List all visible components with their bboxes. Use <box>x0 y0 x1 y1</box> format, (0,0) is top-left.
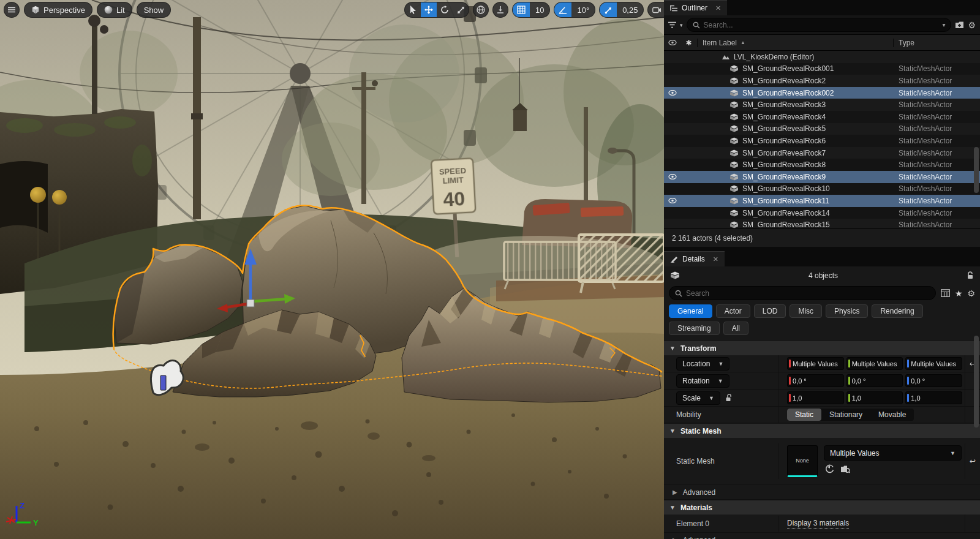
eye-icon[interactable] <box>664 198 680 203</box>
perspective-button[interactable]: Perspective <box>24 2 92 18</box>
filter-chip[interactable]: LOD <box>754 304 786 318</box>
outliner-actor-row[interactable]: SM_GroundRevealRock10 StaticMeshActor <box>664 183 980 195</box>
rotation-dropdown[interactable]: Rotation▼ <box>676 374 729 388</box>
camera-speed-button[interactable] <box>648 2 664 17</box>
show-button[interactable]: Show <box>137 2 172 18</box>
eye-icon[interactable] <box>664 90 680 96</box>
scale-x-field[interactable]: 1,0 <box>787 391 844 404</box>
surface-snapping-button[interactable] <box>492 2 508 18</box>
rotation-z-field[interactable]: 0,0 ° <box>905 374 962 387</box>
filter-icon[interactable] <box>668 21 676 28</box>
outliner-actor-row[interactable]: SM_GroundRevealRock5 StaticMeshActor <box>664 123 980 135</box>
chevron-down-icon: ▼ <box>718 361 723 367</box>
outliner-tab[interactable]: Outliner ✕ <box>664 0 727 15</box>
details-settings-gear-icon[interactable]: ⚙ <box>967 289 975 298</box>
location-x-field[interactable]: Multiple Values <box>787 357 844 370</box>
outliner-actor-row[interactable]: SM_GroundRevealRock2 StaticMeshActor <box>664 75 980 87</box>
level-row[interactable]: LVL_KioskDemo (Editor) <box>664 51 980 63</box>
favorite-column-header[interactable]: ✱ <box>680 39 697 47</box>
chevron-right-icon: ▶ <box>673 537 677 539</box>
rotation-x-field[interactable]: 0,0 ° <box>787 374 844 387</box>
outliner-actor-row[interactable]: SM_GroundRevealRock8 StaticMeshActor <box>664 159 980 171</box>
materials-section-header[interactable]: ▼ Materials <box>664 500 980 514</box>
details-tab-label: Details <box>682 255 705 263</box>
outliner-actor-row[interactable]: SM_GroundRevealRock14 StaticMeshActor <box>664 207 980 219</box>
rotation-y-field[interactable]: 0,0 ° <box>846 374 903 387</box>
filter-chevron-icon[interactable]: ▾ <box>680 22 683 28</box>
outliner-actor-row[interactable]: SM_GroundRevealRock3 StaticMeshActor <box>664 99 980 111</box>
mobility-option[interactable]: Movable <box>870 409 914 421</box>
outliner-search-input[interactable]: Search... ▾ <box>687 18 952 32</box>
scale-tool-button[interactable] <box>453 2 469 17</box>
filter-chip[interactable]: Rendering <box>872 304 922 318</box>
viewport-scene[interactable]: SPEED LIMIT 40 <box>0 0 664 539</box>
scale-dropdown[interactable]: Scale▼ <box>676 391 720 405</box>
use-selected-asset-icon[interactable] <box>825 464 834 473</box>
outliner-actor-row[interactable]: SM_GroundRevealRock001 StaticMeshActor <box>664 63 980 75</box>
grid-snap-value[interactable]: 10 <box>530 2 549 17</box>
world-space-button[interactable] <box>473 2 489 18</box>
viewport-options-button[interactable] <box>4 2 20 18</box>
outliner-actor-row[interactable]: SM_GroundRevealRock002 StaticMeshActor <box>664 87 980 99</box>
mobility-option[interactable]: Stationary <box>821 409 870 421</box>
outliner-actor-row[interactable]: SM_GroundRevealRock15 StaticMeshActor <box>664 219 980 228</box>
grid-snap-button[interactable] <box>513 2 530 17</box>
unlock-icon[interactable] <box>967 271 974 279</box>
static-mesh-combo[interactable]: Multiple Values ▼ <box>824 445 962 461</box>
outliner-scrollbar[interactable] <box>974 147 979 193</box>
rotation-snap-value[interactable]: 10° <box>571 2 595 17</box>
lit-button[interactable]: Lit <box>97 2 132 18</box>
outliner-actor-row[interactable]: SM_GroundRevealRock6 StaticMeshActor <box>664 135 980 147</box>
details-tab[interactable]: Details ✕ <box>664 251 725 266</box>
static-mesh-advanced-row[interactable]: ▶ Advanced <box>664 485 980 500</box>
filter-chip[interactable]: Physics <box>826 304 868 318</box>
filter-chip[interactable]: Actor <box>716 304 750 318</box>
filter-chip[interactable]: Streaming <box>669 322 720 335</box>
location-z-field[interactable]: Multiple Values <box>905 357 962 370</box>
outliner-settings-gear-icon[interactable]: ⚙ <box>968 21 976 29</box>
eye-icon[interactable] <box>664 174 680 179</box>
select-tool-button[interactable] <box>405 2 421 17</box>
outliner-actor-row[interactable]: SM_GroundRevealRock11 StaticMeshActor <box>664 195 980 207</box>
mobility-option[interactable]: Static <box>787 409 821 421</box>
filter-chip[interactable]: All <box>723 322 748 335</box>
rotate-tool-button[interactable] <box>437 2 453 17</box>
search-options-chevron-icon[interactable]: ▾ <box>942 21 945 28</box>
static-mesh-icon <box>729 89 739 97</box>
add-item-button[interactable] <box>955 21 964 29</box>
type-column-header[interactable]: Type <box>893 39 980 47</box>
transform-section-header[interactable]: ▼ Transform <box>664 341 980 355</box>
outliner-actor-row[interactable]: SM_GroundRevealRock4 StaticMeshActor <box>664 111 980 123</box>
details-close-icon[interactable]: ✕ <box>713 255 718 263</box>
outliner-actor-row[interactable]: SM_GroundRevealRock7 StaticMeshActor <box>664 147 980 159</box>
location-y-field[interactable]: Multiple Values <box>846 357 903 370</box>
viewport-3d[interactable]: SPEED LIMIT 40 <box>0 0 664 539</box>
static-mesh-thumbnail[interactable]: None <box>787 445 818 477</box>
details-search-input[interactable]: Search <box>669 286 936 300</box>
favorites-star-icon[interactable]: ★ <box>955 288 963 298</box>
browse-asset-icon[interactable] <box>840 464 850 473</box>
location-dropdown[interactable]: Location▼ <box>676 357 729 371</box>
display-materials-link[interactable]: Display 3 materials <box>787 519 849 529</box>
filter-chip[interactable]: General <box>669 304 712 318</box>
rotation-snap-button[interactable] <box>554 2 571 17</box>
actor-type: StaticMeshActor <box>899 209 980 217</box>
outliner-close-icon[interactable]: ✕ <box>715 4 721 12</box>
filter-chip[interactable]: Misc <box>790 304 822 318</box>
revert-static-mesh-button[interactable]: ↩ <box>965 443 980 479</box>
move-tool-button[interactable] <box>421 2 437 17</box>
scale-z-field[interactable]: 1,0 <box>905 391 962 404</box>
details-scrollbar[interactable] <box>974 336 979 428</box>
scale-snap-value[interactable]: 0,25 <box>617 2 643 17</box>
outliner-actor-row[interactable]: SM_GroundRevealRock9 StaticMeshActor <box>664 171 980 183</box>
scale-y-field[interactable]: 1,0 <box>846 391 903 404</box>
actor-type: StaticMeshActor <box>899 113 980 121</box>
materials-advanced-row[interactable]: ▶ Advanced <box>664 533 980 539</box>
scale-snap-button[interactable] <box>600 2 617 17</box>
visibility-column-header[interactable] <box>664 40 680 45</box>
actor-label: SM_GroundRevealRock6 <box>739 137 899 145</box>
scale-unlock-icon[interactable] <box>725 394 732 402</box>
static-mesh-section-header[interactable]: ▼ Static Mesh <box>664 423 980 438</box>
display-options-icon[interactable] <box>941 289 950 297</box>
item-label-column-header[interactable]: Item Label ▲ <box>697 39 893 47</box>
